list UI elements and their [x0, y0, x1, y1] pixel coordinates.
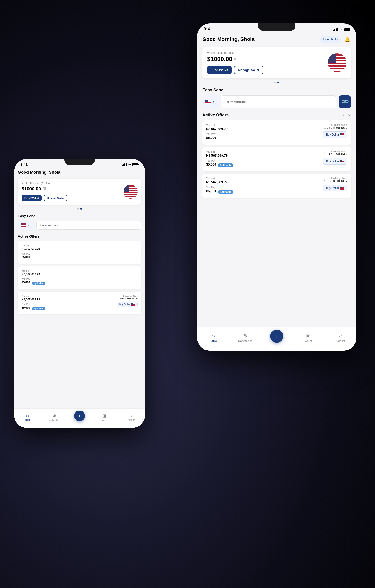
amount-input-wrap-front[interactable]: [221, 95, 336, 108]
chevron-back: ▼: [28, 224, 30, 227]
offer-pay-row-back-2: $5,000 Splittable: [21, 281, 45, 286]
phone-back-screen: 9:41 ∿ Good Morning, Shola: [14, 159, 145, 428]
offer-left-front-2: You get N3,567,689.79 You Pay $5,000 Spl…: [206, 150, 233, 168]
wallet-amount-front: $1000.00 👁̸: [207, 55, 263, 63]
splittable-badge-back-2: Splittable: [32, 282, 45, 285]
buy-dollar-btn-back-3[interactable]: Buy Dollar: [117, 302, 138, 307]
wallet-icon-back: ▣: [103, 413, 107, 418]
exchange-info-1: Exchange Rate 1 USD = 601 NGN: [324, 124, 347, 129]
you-pay-value-3: $5,000: [206, 189, 216, 193]
offer-card-back-2: You get N3,567,689.79 You Pay $5,000 Spl…: [18, 266, 141, 289]
amount-input-front[interactable]: [225, 100, 333, 104]
dots-front: [202, 82, 351, 84]
wallet-info-back: Wallet Balance (Dollars) $1000.00 👁̸ Fun…: [21, 182, 67, 201]
offer-left-back-1: You get N3,567,689.79 You Pay $5,000: [21, 244, 40, 261]
nav-marketplace-front[interactable]: ⊕ Marketplace: [238, 333, 252, 342]
splittable-badge-3: Splittable: [218, 190, 234, 194]
scene: 9:41 ∿ Good Morning, Shola: [0, 0, 375, 588]
offer-card-front-1: You get N3,567,689.79 You Pay $5,000 Exc…: [202, 120, 351, 145]
wallet-buttons-back: Fund Wallet Manage Wallet: [21, 195, 67, 201]
you-pay-label-3: You Pay: [206, 186, 233, 189]
buy-dollar-btn-1[interactable]: Buy Dollar: [323, 131, 347, 138]
fab-btn-back[interactable]: +: [74, 410, 85, 421]
signal-icon-front: [333, 28, 338, 31]
send-btn-front[interactable]: 🔗: [339, 95, 351, 108]
offer-card-front-2: You get N3,567,689.79 You Pay $5,000 Spl…: [202, 147, 351, 171]
phone-back: 9:41 ∿ Good Morning, Shola: [14, 159, 145, 428]
buy-dollar-btn-2[interactable]: Buy Dollar: [323, 158, 347, 165]
nav-account-back[interactable]: ○ Account: [125, 413, 139, 421]
currency-selector-front[interactable]: ▼: [202, 95, 219, 108]
offer-left-back-2: You get N3,567,689.79 You Pay $5,000 Spl…: [21, 270, 45, 286]
see-all-front[interactable]: See All: [342, 113, 351, 117]
flag-buy-3: [340, 187, 344, 189]
offer-right-front-3: Exchange Rate 1 USD = 601 NGN Buy Dollar: [323, 177, 347, 191]
offer-pay-row-1: $5,000: [206, 136, 228, 141]
offer-card-front-3: You get N3,567,689.79 You Pay $5,000 Spl…: [202, 174, 351, 198]
easy-send-row-front: ▼ 🔗: [202, 95, 351, 108]
marketplace-label-back: Marketplace: [49, 419, 60, 421]
phone-front-screen: 9:41 ∿ Good Morning, Shola Ne: [197, 23, 356, 351]
amount-input-back[interactable]: [40, 223, 138, 227]
nav-account-front[interactable]: ○ Account: [333, 333, 347, 342]
nav-marketplace-back[interactable]: ⊕ Marketplace: [47, 413, 61, 421]
wifi-icon-back: ∿: [128, 162, 131, 166]
eye-slash-icon-front[interactable]: 👁̸: [234, 57, 237, 62]
easy-send-row-back: ▼: [18, 221, 141, 230]
offer-left-front-3: You get N3,567,689.79 You Pay $5,000 Spl…: [206, 177, 233, 195]
exchange-label-back-3: Exchange Rate 1 USD = 601 NGN: [116, 295, 138, 300]
flag-buy-back-3: [131, 303, 135, 306]
wallet-icon-front: ▣: [306, 333, 311, 339]
wifi-icon-front: ∿: [339, 27, 342, 31]
wallet-label-nav-back: Wallet: [102, 419, 107, 421]
chevron-front: ▼: [212, 101, 214, 103]
notch-back: [64, 159, 95, 165]
flag-buy-1: [340, 133, 344, 136]
wallet-info-front: Wallet Balance (Dollars) $1000.00 👁̸ Fun…: [207, 51, 263, 74]
you-pay-label-2: You Pay: [206, 159, 233, 162]
you-get-value-3: N3,567,689.79: [206, 180, 233, 184]
header-actions-front: Need Help 🔔: [320, 35, 351, 43]
status-icons-back: ∿: [122, 162, 139, 166]
home-icon-front: ⌂: [212, 333, 215, 339]
bell-icon-front[interactable]: 🔔: [343, 35, 351, 43]
offer-right-front-2: Exchange Rate 1 USD = 601 NGN Buy Dollar: [323, 150, 347, 165]
offer-left-back-3: You get N3,567,689.79 You Pay $5,000 Spl…: [21, 295, 45, 311]
manage-wallet-btn-front[interactable]: Manage Wallet: [234, 66, 263, 74]
you-pay-value-1: $5,000: [206, 136, 216, 140]
manage-wallet-btn-back[interactable]: Manage Wallet: [44, 195, 67, 201]
offer-card-back-3: You get N3,567,689.79 You Pay $5,000 Spl…: [18, 292, 141, 315]
offer-get-value-back-2: N3,567,689.79: [21, 273, 45, 276]
you-pay-label-1: You Pay: [206, 133, 228, 135]
offer-pay-value-back-1: $5,000: [21, 255, 30, 259]
home-label-back: Home: [25, 419, 30, 421]
flag-circle-back: [124, 185, 138, 199]
account-label-back: Account: [128, 419, 135, 421]
need-help-btn-front[interactable]: Need Help: [320, 36, 341, 42]
dot1-front: [274, 82, 276, 84]
flag-circle-front: [328, 53, 346, 72]
account-label-front: Account: [336, 339, 345, 342]
wallet-balance-label-front: Wallet Balance (Dollars): [207, 51, 263, 54]
buy-dollar-btn-3[interactable]: Buy Dollar: [323, 185, 347, 191]
dot2-front: [278, 82, 279, 84]
offer-pay-label-back-3: You Pay: [21, 303, 45, 305]
nav-home-back[interactable]: ⌂ Home: [20, 413, 34, 421]
fund-wallet-btn-back[interactable]: Fund Wallet: [21, 195, 42, 201]
easy-send-title-front: Easy Send: [202, 88, 351, 93]
dot2-back: [80, 208, 82, 210]
exchange-info-2: Exchange Rate 1 USD = 601 NGN: [324, 150, 347, 156]
offer-pay-value-back-3: $5,000: [21, 306, 30, 309]
currency-selector-back[interactable]: ▼: [18, 221, 34, 230]
nav-home-front[interactable]: ⌂ Home: [206, 333, 220, 342]
offer-right-front-1: Exchange Rate 1 USD = 601 NGN Buy Dollar: [323, 124, 347, 138]
fund-wallet-btn-front[interactable]: Fund Wallet: [207, 66, 232, 74]
notch-front: [258, 23, 295, 31]
offer-pay-row-back-3: $5,000 Splittable: [21, 306, 45, 311]
nav-wallet-back[interactable]: ▣ Wallet: [98, 413, 112, 421]
fab-btn-front[interactable]: +: [270, 330, 283, 343]
app-header-front: Good Morning, Shola Need Help 🔔: [202, 33, 351, 47]
account-icon-back: ○: [130, 413, 133, 418]
marketplace-icon-back: ⊕: [53, 413, 56, 418]
nav-wallet-front[interactable]: ▣ Wallet: [301, 333, 315, 342]
